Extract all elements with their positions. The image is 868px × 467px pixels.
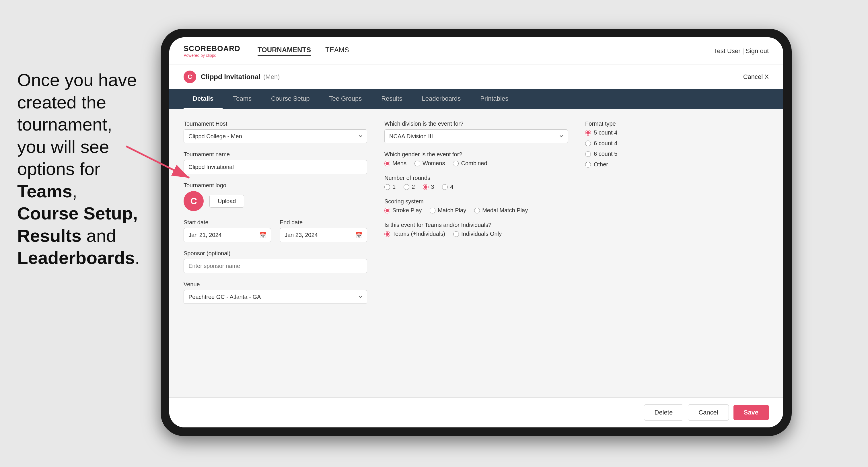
venue-select[interactable]: Peachtree GC - Atlanta - GA (184, 290, 367, 304)
format-6count4[interactable]: 6 count 4 (585, 140, 769, 147)
end-date-input[interactable] (280, 228, 367, 242)
rounds-radio-group: 1 2 3 (384, 184, 568, 190)
logo-circle: C (184, 191, 204, 211)
gender-mens[interactable]: Mens (384, 160, 406, 167)
rounds-1[interactable]: 1 (384, 184, 396, 190)
form-body: Tournament Host Clippd College - Men Tou… (169, 109, 783, 397)
tournament-host-label: Tournament Host (184, 121, 367, 127)
tab-leaderboards[interactable]: Leaderboards (413, 89, 470, 109)
format-radio-col: 5 count 4 6 count 4 6 count 5 (585, 129, 769, 168)
top-nav: SCOREBOARD Powered by clippd TOURNAMENTS… (169, 37, 783, 65)
form-col-3: Format type 5 count 4 6 count 4 (585, 121, 769, 386)
gender-label: Which gender is the event for? (384, 151, 568, 158)
start-date-group: Start date 📅 (184, 219, 271, 242)
tournament-name-input[interactable] (184, 160, 367, 174)
tournament-header: C Clippd Invitational (Men) Cancel X (169, 65, 783, 89)
scoring-stroke-play[interactable]: Stroke Play (384, 207, 422, 214)
calendar-icon: 📅 (259, 232, 267, 239)
tablet-device: SCOREBOARD Powered by clippd TOURNAMENTS… (161, 29, 792, 436)
tournament-host-select[interactable]: Clippd College - Men (184, 129, 367, 143)
end-date-group: End date 📅 (280, 219, 367, 242)
format-label: Format type (585, 121, 769, 127)
nav-links: TOURNAMENTS TEAMS (257, 46, 714, 56)
end-date-label: End date (280, 219, 367, 226)
teams-individuals-group: Is this event for Teams and/or Individua… (384, 222, 568, 237)
save-button[interactable]: Save (734, 405, 769, 420)
tournament-name-group: Tournament name (184, 151, 367, 174)
tab-results[interactable]: Results (372, 89, 411, 109)
rounds-group: Number of rounds 1 2 (384, 175, 568, 190)
tab-details[interactable]: Details (184, 89, 223, 109)
nav-tournaments[interactable]: TOURNAMENTS (257, 46, 311, 56)
gender-radio-group: Mens Womens Combined (384, 160, 568, 167)
user-area: Test User | Sign out (714, 47, 769, 55)
format-group: Format type 5 count 4 6 count 4 (585, 121, 769, 168)
user-sign-out[interactable]: Test User | Sign out (714, 47, 769, 55)
form-area: Tournament Host Clippd College - Men Tou… (169, 109, 783, 428)
tournament-logo-label: Tournament logo (184, 182, 367, 189)
division-label: Which division is the event for? (384, 121, 568, 127)
scoring-group: Scoring system Stroke Play Match Play (384, 198, 568, 214)
tournament-icon: C (184, 70, 196, 83)
tab-printables[interactable]: Printables (471, 89, 518, 109)
gender-group: Which gender is the event for? Mens Wome… (384, 151, 568, 167)
format-5count4[interactable]: 5 count 4 (585, 129, 769, 136)
teams-plus-individuals[interactable]: Teams (+Individuals) (384, 230, 445, 237)
format-6count5[interactable]: 6 count 5 (585, 151, 769, 157)
format-other[interactable]: Other (585, 161, 769, 168)
scoring-radio-group: Stroke Play Match Play Medal Match Play (384, 207, 568, 214)
sponsor-group: Sponsor (optional) (184, 250, 367, 273)
form-footer: Delete Cancel Save (169, 397, 783, 428)
rounds-label: Number of rounds (384, 175, 568, 181)
rounds-3[interactable]: 3 (423, 184, 434, 190)
nav-teams[interactable]: TEAMS (325, 46, 349, 56)
cancel-button[interactable]: Cancel (688, 404, 728, 421)
arrow-annotation (121, 141, 201, 186)
content-area: C Clippd Invitational (Men) Cancel X Det… (169, 65, 783, 428)
logo-title: SCOREBOARD (184, 44, 240, 53)
tournament-logo-group: Tournament logo C Upload (184, 182, 367, 211)
scoring-match-play[interactable]: Match Play (430, 207, 466, 214)
tabs-bar: Details Teams Course Setup Tee Groups Re… (169, 89, 783, 109)
individuals-only[interactable]: Individuals Only (453, 230, 502, 237)
gender-womens[interactable]: Womens (414, 160, 445, 167)
tournament-host-group: Tournament Host Clippd College - Men (184, 121, 367, 143)
scoring-label: Scoring system (384, 198, 568, 205)
logo-area: SCOREBOARD Powered by clippd (184, 44, 240, 58)
tablet-screen: SCOREBOARD Powered by clippd TOURNAMENTS… (169, 37, 783, 428)
teams-individuals-radio-group: Teams (+Individuals) Individuals Only (384, 230, 568, 237)
start-date-wrapper: 📅 (184, 228, 271, 242)
tab-tee-groups[interactable]: Tee Groups (320, 89, 371, 109)
sponsor-input[interactable] (184, 259, 367, 273)
tournament-type: (Men) (263, 73, 280, 81)
start-date-label: Start date (184, 219, 271, 226)
rounds-4[interactable]: 4 (442, 184, 453, 190)
logo-upload-area: C Upload (184, 191, 367, 211)
tournament-name: Clippd Invitational (201, 73, 260, 81)
start-date-input[interactable] (184, 228, 271, 242)
cancel-tournament-button[interactable]: Cancel X (743, 73, 769, 81)
rounds-2[interactable]: 2 (404, 184, 415, 190)
end-date-wrapper: 📅 (280, 228, 367, 242)
scoring-medal-match-play[interactable]: Medal Match Play (474, 207, 528, 214)
venue-group: Venue Peachtree GC - Atlanta - GA (184, 281, 367, 304)
sponsor-label: Sponsor (optional) (184, 250, 367, 257)
tab-course-setup[interactable]: Course Setup (262, 89, 319, 109)
upload-button[interactable]: Upload (209, 195, 244, 208)
division-select[interactable]: NCAA Division III (384, 129, 568, 143)
gender-combined[interactable]: Combined (453, 160, 487, 167)
tournament-name-label: Tournament name (184, 151, 367, 158)
division-group: Which division is the event for? NCAA Di… (384, 121, 568, 143)
tab-teams[interactable]: Teams (224, 89, 261, 109)
calendar-icon-end: 📅 (355, 232, 363, 239)
delete-button[interactable]: Delete (644, 404, 684, 421)
venue-label: Venue (184, 281, 367, 288)
logo-subtitle: Powered by clippd (184, 53, 240, 58)
form-col-2: Which division is the event for? NCAA Di… (384, 121, 568, 386)
form-col-1: Tournament Host Clippd College - Men Tou… (184, 121, 367, 386)
teams-individuals-label: Is this event for Teams and/or Individua… (384, 222, 568, 228)
